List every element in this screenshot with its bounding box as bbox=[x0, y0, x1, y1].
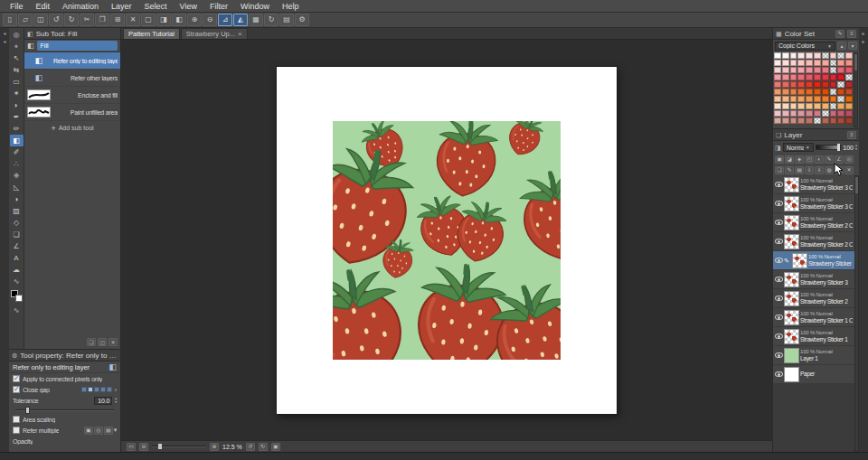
layer-row-10[interactable]: Paper bbox=[773, 365, 854, 384]
color-swatch[interactable] bbox=[797, 60, 805, 66]
collapse-left-icon[interactable]: ◂ bbox=[3, 31, 5, 36]
deselect-button[interactable]: ▢ bbox=[141, 14, 156, 26]
menu-window[interactable]: Window bbox=[234, 2, 276, 11]
layer-visibility-icon[interactable] bbox=[775, 277, 783, 282]
color-swatch[interactable] bbox=[782, 60, 789, 66]
zoom-slider-thumb[interactable] bbox=[158, 444, 162, 449]
new-folder-icon[interactable]: ▤ bbox=[795, 166, 804, 174]
menu-select[interactable]: Select bbox=[138, 2, 174, 11]
color-swatch[interactable] bbox=[837, 74, 844, 80]
selection-tool[interactable]: ▭ bbox=[10, 76, 24, 88]
apply-connected-checkbox[interactable] bbox=[13, 375, 20, 382]
chevron-down-icon[interactable]: ▾ bbox=[114, 427, 117, 434]
color-swatch[interactable] bbox=[830, 89, 837, 95]
color-swatch[interactable] bbox=[774, 110, 781, 117]
stroke-sample-icon[interactable]: ∿ bbox=[10, 305, 24, 316]
gap-size-5[interactable] bbox=[107, 387, 112, 392]
canvas-page[interactable] bbox=[277, 67, 617, 414]
refer-all-layers-icon[interactable]: ▣ bbox=[84, 427, 93, 435]
auto-select-tool[interactable]: ✶ bbox=[10, 88, 24, 99]
color-swatch[interactable] bbox=[845, 96, 853, 102]
layer-row-1[interactable]: 100 % Normal Strawberry Sticker 3 Copy bbox=[773, 194, 854, 213]
color-swatch[interactable] bbox=[830, 96, 837, 102]
color-swatch[interactable] bbox=[814, 52, 821, 59]
color-swatch[interactable] bbox=[830, 60, 837, 66]
color-swatch[interactable] bbox=[837, 103, 844, 109]
menu-help[interactable]: Help bbox=[276, 2, 306, 11]
color-swatch[interactable] bbox=[822, 117, 829, 124]
subtool-group-tab-fill[interactable]: Fill bbox=[37, 41, 118, 51]
color-swatch[interactable] bbox=[782, 52, 789, 59]
enable-mask-icon[interactable]: ◐ bbox=[815, 155, 824, 164]
delete-button[interactable]: ✕ bbox=[126, 14, 140, 26]
color-swatch[interactable] bbox=[837, 67, 844, 73]
color-swatch[interactable] bbox=[790, 52, 797, 59]
apply-mask-icon[interactable]: ◉ bbox=[835, 166, 844, 174]
menu-edit[interactable]: Edit bbox=[30, 2, 57, 11]
collapse-right-icon[interactable]: ▸ bbox=[862, 31, 864, 36]
layer-visibility-icon[interactable] bbox=[775, 333, 783, 339]
color-swatch[interactable] bbox=[822, 96, 829, 102]
next-color-set-icon[interactable]: ▾ bbox=[848, 42, 857, 50]
refer-reference-layer-icon[interactable]: ◎ bbox=[94, 427, 103, 435]
color-swatch[interactable] bbox=[837, 89, 844, 95]
color-swatch[interactable] bbox=[806, 89, 813, 95]
color-swatch[interactable] bbox=[782, 74, 789, 80]
color-swatch[interactable] bbox=[814, 103, 821, 109]
cut-button[interactable]: ✂ bbox=[80, 14, 94, 26]
blend-mode-select[interactable]: Normal ▼ bbox=[783, 143, 814, 152]
color-swatch[interactable] bbox=[790, 81, 797, 88]
add-subtool-button[interactable]: + Add sub tool bbox=[24, 121, 120, 135]
color-swatch[interactable] bbox=[797, 117, 805, 124]
layer-thumbnail[interactable] bbox=[784, 367, 799, 382]
create-mask-icon[interactable]: ◍ bbox=[825, 166, 834, 174]
save-subtool-icon[interactable]: ◫ bbox=[98, 338, 107, 346]
document-tab-0[interactable]: Pattern Tutorial bbox=[123, 28, 180, 39]
layer-thumbnail[interactable] bbox=[784, 291, 799, 306]
snap-to-ruler-button[interactable]: ⊿ bbox=[218, 14, 232, 26]
layer-visibility-icon[interactable] bbox=[775, 314, 783, 320]
ruler-icon[interactable]: ∠ bbox=[835, 155, 844, 164]
color-swatch[interactable] bbox=[782, 117, 789, 124]
airbrush-tool[interactable]: ∴ bbox=[10, 158, 24, 170]
duplicate-subtool-icon[interactable]: ❏ bbox=[87, 338, 96, 346]
color-swatch[interactable] bbox=[822, 81, 829, 88]
brush-tool[interactable]: ✐ bbox=[10, 146, 24, 158]
color-swatch[interactable] bbox=[822, 67, 829, 73]
ruler-tool[interactable]: ∠ bbox=[10, 240, 24, 252]
color-swatch[interactable] bbox=[830, 74, 837, 80]
layer-thumbnail[interactable] bbox=[784, 215, 799, 230]
gradient-tool[interactable]: ▨ bbox=[10, 205, 24, 217]
reference-layer-icon[interactable]: ◎ bbox=[844, 155, 854, 164]
layer-thumbnail[interactable] bbox=[784, 272, 799, 287]
text-tool[interactable]: A bbox=[10, 252, 24, 264]
collapse-left-icon-2[interactable]: ◂ bbox=[3, 39, 5, 44]
color-swatch[interactable] bbox=[797, 89, 805, 95]
zoom-in-button[interactable]: ⊕ bbox=[187, 14, 202, 26]
color-swatch[interactable] bbox=[822, 89, 829, 95]
color-swatch[interactable] bbox=[837, 60, 844, 66]
color-swatch[interactable] bbox=[774, 89, 781, 95]
eraser-tool[interactable]: ◺ bbox=[10, 182, 24, 193]
grid-view-button[interactable]: ▤ bbox=[279, 14, 294, 26]
color-set-menu-icon[interactable]: ≡ bbox=[847, 30, 856, 38]
color-swatch[interactable] bbox=[814, 117, 821, 124]
balloon-tool[interactable]: ☁ bbox=[10, 264, 24, 276]
color-swatch[interactable] bbox=[822, 103, 829, 109]
color-swatch[interactable] bbox=[845, 60, 853, 66]
undo-button[interactable]: ↺ bbox=[49, 14, 63, 26]
subtool-item-3[interactable]: Paint unfilled area bbox=[24, 104, 120, 121]
right-panel-collapse-strip[interactable]: ▸ ▸ bbox=[859, 28, 868, 452]
subtool-item-1[interactable]: ◧Refer other layers bbox=[24, 70, 120, 87]
layer-row-7[interactable]: 100 % Normal Strawberry Sticker 1 Copy bbox=[773, 308, 854, 327]
color-swatch[interactable] bbox=[790, 74, 797, 80]
layer-panel-menu-icon[interactable]: ≡ bbox=[847, 131, 856, 139]
color-swatch[interactable] bbox=[774, 74, 781, 80]
set-as-draft-icon[interactable]: ✎ bbox=[825, 155, 834, 164]
layer-opacity-slider[interactable] bbox=[816, 145, 842, 150]
color-swatch[interactable] bbox=[774, 67, 781, 73]
zoom-out-icon[interactable]: ⊖ bbox=[139, 443, 148, 451]
layer-visibility-icon[interactable] bbox=[775, 296, 783, 301]
layer-scrollbar[interactable] bbox=[854, 175, 859, 452]
new-vector-layer-icon[interactable]: ✎ bbox=[785, 166, 794, 174]
